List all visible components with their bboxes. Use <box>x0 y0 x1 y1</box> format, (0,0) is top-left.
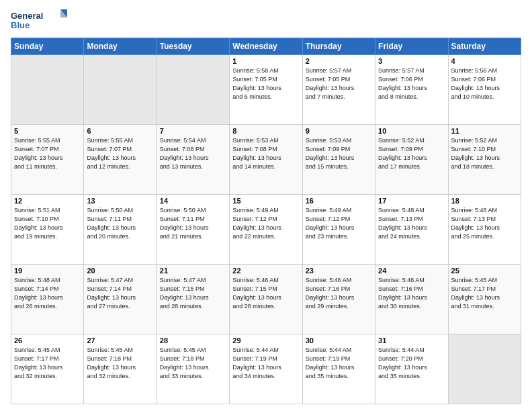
day-info: Sunrise: 5:53 AM Sunset: 7:08 PM Dayligh… <box>232 136 299 171</box>
day-number: 4 <box>451 57 518 65</box>
calendar-cell: 31Sunrise: 5:44 AM Sunset: 7:20 PM Dayli… <box>375 334 448 404</box>
day-info: Sunrise: 5:47 AM Sunset: 7:14 PM Dayligh… <box>87 276 153 311</box>
calendar-cell: 5Sunrise: 5:55 AM Sunset: 7:07 PM Daylig… <box>11 125 84 195</box>
calendar-header-monday: Monday <box>84 38 157 55</box>
calendar-cell: 11Sunrise: 5:52 AM Sunset: 7:10 PM Dayli… <box>448 125 521 195</box>
calendar-header-wednesday: Wednesday <box>230 38 302 55</box>
generalblue-logo: General Blue <box>11 8 71 32</box>
day-info: Sunrise: 5:51 AM Sunset: 7:10 PM Dayligh… <box>14 206 81 241</box>
calendar-cell <box>11 55 84 125</box>
day-info: Sunrise: 5:57 AM Sunset: 7:05 PM Dayligh… <box>306 66 372 101</box>
day-info: Sunrise: 5:57 AM Sunset: 7:06 PM Dayligh… <box>378 66 445 101</box>
calendar-cell <box>84 55 157 125</box>
svg-text:Blue: Blue <box>11 20 30 30</box>
calendar-cell: 21Sunrise: 5:47 AM Sunset: 7:15 PM Dayli… <box>157 265 229 334</box>
calendar-week-4: 19Sunrise: 5:48 AM Sunset: 7:14 PM Dayli… <box>11 265 521 334</box>
day-info: Sunrise: 5:46 AM Sunset: 7:15 PM Dayligh… <box>232 276 299 311</box>
day-info: Sunrise: 5:45 AM Sunset: 7:17 PM Dayligh… <box>451 276 518 311</box>
day-info: Sunrise: 5:54 AM Sunset: 7:08 PM Dayligh… <box>160 136 226 171</box>
calendar-cell: 14Sunrise: 5:50 AM Sunset: 7:11 PM Dayli… <box>157 195 229 265</box>
day-number: 26 <box>14 336 81 345</box>
day-number: 2 <box>306 57 372 65</box>
day-number: 15 <box>232 197 299 205</box>
day-info: Sunrise: 5:53 AM Sunset: 7:09 PM Dayligh… <box>306 136 372 171</box>
calendar-cell: 28Sunrise: 5:45 AM Sunset: 7:18 PM Dayli… <box>157 334 229 404</box>
calendar-cell: 22Sunrise: 5:46 AM Sunset: 7:15 PM Dayli… <box>230 265 302 334</box>
day-number: 25 <box>451 267 518 275</box>
day-info: Sunrise: 5:48 AM Sunset: 7:14 PM Dayligh… <box>14 276 81 311</box>
header: General Blue <box>11 8 521 32</box>
calendar-header-row: SundayMondayTuesdayWednesdayThursdayFrid… <box>11 38 521 55</box>
day-number: 30 <box>306 336 372 345</box>
day-info: Sunrise: 5:46 AM Sunset: 7:16 PM Dayligh… <box>306 276 372 311</box>
calendar-cell: 26Sunrise: 5:45 AM Sunset: 7:17 PM Dayli… <box>11 334 84 404</box>
day-info: Sunrise: 5:52 AM Sunset: 7:10 PM Dayligh… <box>451 136 518 171</box>
calendar-cell: 13Sunrise: 5:50 AM Sunset: 7:11 PM Dayli… <box>84 195 157 265</box>
calendar-cell <box>157 55 229 125</box>
day-info: Sunrise: 5:45 AM Sunset: 7:17 PM Dayligh… <box>14 346 81 381</box>
day-number: 23 <box>306 267 372 275</box>
calendar-cell: 29Sunrise: 5:44 AM Sunset: 7:19 PM Dayli… <box>230 334 302 404</box>
day-number: 8 <box>232 127 299 135</box>
day-info: Sunrise: 5:55 AM Sunset: 7:07 PM Dayligh… <box>87 136 153 171</box>
calendar-header-thursday: Thursday <box>302 38 375 55</box>
day-number: 7 <box>160 127 226 135</box>
day-info: Sunrise: 5:44 AM Sunset: 7:19 PM Dayligh… <box>306 346 372 381</box>
day-info: Sunrise: 5:48 AM Sunset: 7:13 PM Dayligh… <box>451 206 518 241</box>
calendar-cell: 2Sunrise: 5:57 AM Sunset: 7:05 PM Daylig… <box>302 55 375 125</box>
day-number: 13 <box>87 197 153 205</box>
calendar-cell: 24Sunrise: 5:46 AM Sunset: 7:16 PM Dayli… <box>375 265 448 334</box>
calendar-cell: 23Sunrise: 5:46 AM Sunset: 7:16 PM Dayli… <box>302 265 375 334</box>
day-info: Sunrise: 5:47 AM Sunset: 7:15 PM Dayligh… <box>160 276 226 311</box>
calendar-cell: 27Sunrise: 5:45 AM Sunset: 7:18 PM Dayli… <box>84 334 157 404</box>
day-number: 14 <box>160 197 226 205</box>
calendar-cell: 30Sunrise: 5:44 AM Sunset: 7:19 PM Dayli… <box>302 334 375 404</box>
calendar-cell: 10Sunrise: 5:52 AM Sunset: 7:09 PM Dayli… <box>375 125 448 195</box>
calendar-header-sunday: Sunday <box>11 38 84 55</box>
calendar-week-2: 5Sunrise: 5:55 AM Sunset: 7:07 PM Daylig… <box>11 125 521 195</box>
calendar-header-friday: Friday <box>375 38 448 55</box>
day-info: Sunrise: 5:58 AM Sunset: 7:05 PM Dayligh… <box>232 66 299 101</box>
day-info: Sunrise: 5:48 AM Sunset: 7:13 PM Dayligh… <box>378 206 445 241</box>
day-info: Sunrise: 5:46 AM Sunset: 7:16 PM Dayligh… <box>378 276 445 311</box>
day-info: Sunrise: 5:45 AM Sunset: 7:18 PM Dayligh… <box>160 346 226 381</box>
day-info: Sunrise: 5:55 AM Sunset: 7:07 PM Dayligh… <box>14 136 81 171</box>
day-info: Sunrise: 5:52 AM Sunset: 7:09 PM Dayligh… <box>378 136 445 171</box>
calendar-header-saturday: Saturday <box>448 38 521 55</box>
day-info: Sunrise: 5:56 AM Sunset: 7:06 PM Dayligh… <box>451 66 518 101</box>
calendar-cell: 15Sunrise: 5:49 AM Sunset: 7:12 PM Dayli… <box>230 195 302 265</box>
day-number: 17 <box>378 197 445 205</box>
calendar-header-tuesday: Tuesday <box>157 38 229 55</box>
day-number: 3 <box>378 57 445 65</box>
day-info: Sunrise: 5:44 AM Sunset: 7:19 PM Dayligh… <box>232 346 299 381</box>
calendar-cell: 4Sunrise: 5:56 AM Sunset: 7:06 PM Daylig… <box>448 55 521 125</box>
day-info: Sunrise: 5:50 AM Sunset: 7:11 PM Dayligh… <box>87 206 153 241</box>
day-number: 31 <box>378 336 445 345</box>
day-number: 10 <box>378 127 445 135</box>
calendar-cell: 7Sunrise: 5:54 AM Sunset: 7:08 PM Daylig… <box>157 125 229 195</box>
calendar-cell: 20Sunrise: 5:47 AM Sunset: 7:14 PM Dayli… <box>84 265 157 334</box>
day-number: 24 <box>378 267 445 275</box>
day-info: Sunrise: 5:45 AM Sunset: 7:18 PM Dayligh… <box>87 346 153 381</box>
day-info: Sunrise: 5:44 AM Sunset: 7:20 PM Dayligh… <box>378 346 445 381</box>
calendar-week-1: 1Sunrise: 5:58 AM Sunset: 7:05 PM Daylig… <box>11 55 521 125</box>
calendar-cell: 3Sunrise: 5:57 AM Sunset: 7:06 PM Daylig… <box>375 55 448 125</box>
day-info: Sunrise: 5:49 AM Sunset: 7:12 PM Dayligh… <box>232 206 299 241</box>
calendar-cell <box>448 334 521 404</box>
day-number: 27 <box>87 336 153 345</box>
calendar-table: SundayMondayTuesdayWednesdayThursdayFrid… <box>11 38 521 404</box>
calendar-week-5: 26Sunrise: 5:45 AM Sunset: 7:17 PM Dayli… <box>11 334 521 404</box>
svg-text:General: General <box>11 11 43 21</box>
day-number: 9 <box>306 127 372 135</box>
day-number: 29 <box>232 336 299 345</box>
day-number: 20 <box>87 267 153 275</box>
day-number: 11 <box>451 127 518 135</box>
page: General Blue SundayMondayTuesdayWednesda… <box>0 0 532 411</box>
calendar-cell: 19Sunrise: 5:48 AM Sunset: 7:14 PM Dayli… <box>11 265 84 334</box>
day-number: 1 <box>232 57 299 65</box>
calendar-cell: 18Sunrise: 5:48 AM Sunset: 7:13 PM Dayli… <box>448 195 521 265</box>
day-number: 22 <box>232 267 299 275</box>
day-number: 6 <box>87 127 153 135</box>
calendar-cell: 1Sunrise: 5:58 AM Sunset: 7:05 PM Daylig… <box>230 55 302 125</box>
day-number: 5 <box>14 127 81 135</box>
